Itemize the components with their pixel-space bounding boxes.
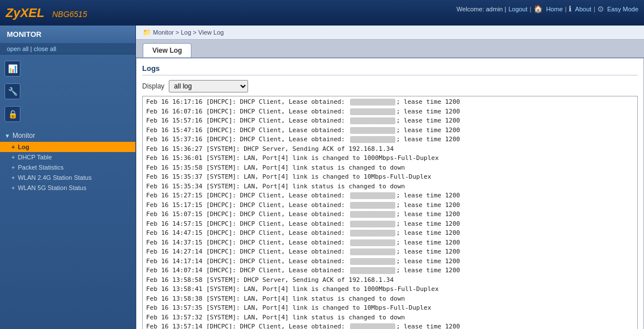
content-panel: Logs Display all logsystem logdhcp logat… bbox=[136, 58, 644, 329]
log-entry: Feb 16 15:36:01 [SYSTEM]: LAN, Port[4] l… bbox=[145, 154, 635, 163]
home-link[interactable]: Home bbox=[546, 6, 562, 12]
breadcrumb: 📁 Monitor > Log > View Log bbox=[136, 26, 644, 40]
nav-dot-icon: + bbox=[11, 174, 15, 181]
tab-view-log[interactable]: View Log bbox=[143, 43, 191, 57]
blurred-ip: 192.168.1.XX bbox=[350, 323, 395, 329]
logs-title: Logs bbox=[142, 64, 638, 75]
log-entry: Feb 16 15:35:37 [SYSTEM]: LAN, Port[4] l… bbox=[145, 172, 635, 182]
blurred-ip: 192.168.1.XX bbox=[350, 192, 395, 199]
section-label: Monitor bbox=[12, 132, 35, 140]
easymode-icon: ⊙ bbox=[598, 5, 604, 13]
sidebar-item-wlan-5g-station-status[interactable]: +WLAN 5G Station Status bbox=[0, 183, 135, 193]
log-entry: Feb 16 13:58:58 [SYSTEM]: DHCP Server, S… bbox=[145, 276, 635, 285]
display-select[interactable]: all logsystem logdhcp logattack log bbox=[169, 80, 248, 92]
nav-dot-icon: + bbox=[11, 164, 15, 171]
easymode-link[interactable]: Easy Mode bbox=[607, 6, 638, 12]
logo: ZyXEL NBG6515 bbox=[6, 6, 87, 20]
blurred-ip: 192.168.1.XX bbox=[350, 108, 395, 115]
blurred-ip: 192.168.1.XX bbox=[350, 239, 395, 246]
log-entry: Feb 16 15:36:27 [SYSTEM]: DHCP Server, S… bbox=[145, 145, 635, 154]
section-arrow-icon: ▼ bbox=[5, 133, 10, 139]
open-close-bar: open all | close all bbox=[0, 44, 135, 54]
nav-items: +Log+DHCP Table+Packet Statistics+WLAN 2… bbox=[0, 142, 135, 193]
blurred-ip: 192.168.1.XX bbox=[350, 267, 395, 274]
log-entry: Feb 16 14:37:15 [DHCPC]: DHCP Client, Le… bbox=[145, 238, 635, 248]
log-entry: Feb 16 15:35:58 [SYSTEM]: LAN, Port[4] l… bbox=[145, 163, 635, 173]
log-entry: Feb 16 16:07:16 [DHCPC]: DHCP Client, Le… bbox=[145, 107, 635, 117]
log-entry: Feb 16 15:27:15 [DHCPC]: DHCP Client, Le… bbox=[145, 191, 635, 201]
sidebar-nav: ▼ Monitor +Log+DHCP Table+Packet Statist… bbox=[0, 128, 135, 194]
breadcrumb-text: Monitor > Log > View Log bbox=[153, 29, 224, 36]
log-entry: Feb 16 15:07:15 [DHCPC]: DHCP Client, Le… bbox=[145, 210, 635, 220]
logs-section: Logs Display all logsystem logdhcp logat… bbox=[142, 64, 638, 329]
blurred-ip: 192.168.1.XX bbox=[350, 117, 395, 124]
about-link[interactable]: About bbox=[575, 6, 591, 12]
sidebar-icons: 📊 🔧 🔒 bbox=[0, 54, 135, 128]
status-icon: 📊 bbox=[5, 61, 20, 77]
nav-dot-icon: + bbox=[11, 184, 15, 191]
log-entry: Feb 16 13:57:14 [DHCPC]: DHCP Client, Le… bbox=[145, 322, 635, 329]
main-layout: MONITOR open all | close all 📊 🔧 🔒 ▼ Mon… bbox=[0, 26, 644, 329]
sidebar-title: MONITOR bbox=[0, 26, 135, 44]
blurred-ip: 192.168.1.XX bbox=[350, 221, 395, 227]
log-entry: Feb 16 14:07:14 [DHCPC]: DHCP Client, Le… bbox=[145, 266, 635, 276]
blurred-ip: 192.168.1.XX bbox=[350, 127, 395, 134]
log-entry: Feb 16 15:37:16 [DHCPC]: DHCP Client, Le… bbox=[145, 135, 635, 145]
display-row: Display all logsystem logdhcp logattack … bbox=[142, 80, 638, 92]
about-icon: ℹ bbox=[569, 5, 572, 13]
log-entry: Feb 16 15:35:34 [SYSTEM]: LAN, Port[4] l… bbox=[145, 182, 635, 192]
log-entry: Feb 16 14:57:15 [DHCPC]: DHCP Client, Le… bbox=[145, 220, 635, 229]
log-entry: Feb 16 16:17:16 [DHCPC]: DHCP Client, Le… bbox=[145, 98, 635, 107]
log-entry: Feb 16 14:17:14 [DHCPC]: DHCP Client, Le… bbox=[145, 257, 635, 267]
nav-dot-icon: + bbox=[11, 154, 15, 161]
sidebar-icon-network[interactable]: 🔧 bbox=[0, 80, 135, 103]
sidebar-icon-status[interactable]: 📊 bbox=[0, 57, 135, 80]
model-name: NBG6515 bbox=[52, 10, 87, 19]
open-close-sep: | bbox=[31, 45, 32, 52]
log-entry: Feb 16 14:27:14 [DHCPC]: DHCP Client, Le… bbox=[145, 247, 635, 257]
log-entry: Feb 16 13:57:35 [SYSTEM]: LAN, Port[4] l… bbox=[145, 303, 635, 313]
sidebar-item-wlan-2.4g-station-status[interactable]: +WLAN 2.4G Station Status bbox=[0, 172, 135, 183]
topbar: ZyXEL NBG6515 Welcome: admin | Logout | … bbox=[0, 0, 644, 26]
nav-dot-icon: + bbox=[11, 144, 15, 150]
sidebar-item-dhcp-table[interactable]: +DHCP Table bbox=[0, 152, 135, 162]
log-entry: Feb 16 15:57:16 [DHCPC]: DHCP Client, Le… bbox=[145, 116, 635, 126]
sidebar: MONITOR open all | close all 📊 🔧 🔒 ▼ Mon… bbox=[0, 26, 136, 329]
blurred-ip: 192.168.1.XX bbox=[350, 136, 395, 143]
log-entry: Feb 16 14:47:15 [DHCPC]: DHCP Client, Le… bbox=[145, 229, 635, 238]
log-entry: Feb 16 13:57:32 [SYSTEM]: LAN, Port[4] l… bbox=[145, 313, 635, 323]
blurred-ip: 192.168.1.XX bbox=[350, 211, 395, 218]
blurred-ip: 192.168.1.XX bbox=[350, 202, 395, 209]
breadcrumb-icon: 📁 bbox=[143, 28, 151, 36]
blurred-ip: 192.168.1.XX bbox=[350, 248, 395, 255]
content-area: 📁 Monitor > Log > View Log View Log Logs… bbox=[136, 26, 644, 329]
home-icon: 🏠 bbox=[534, 5, 543, 13]
sidebar-item-packet-statistics[interactable]: +Packet Statistics bbox=[0, 162, 135, 172]
top-links: Welcome: admin | Logout | 🏠 Home | ℹ Abo… bbox=[457, 5, 638, 13]
blurred-ip: 192.168.1.XX bbox=[350, 258, 395, 265]
open-all-link[interactable]: open all bbox=[7, 45, 29, 52]
blurred-ip: 192.168.1.XX bbox=[350, 230, 395, 237]
close-all-link[interactable]: close all bbox=[34, 45, 57, 52]
log-entry: Feb 16 13:58:41 [SYSTEM]: LAN, Port[4] l… bbox=[145, 285, 635, 294]
security-icon: 🔒 bbox=[5, 106, 20, 122]
blurred-ip: 192.168.1.XX bbox=[350, 99, 395, 106]
nav-section-monitor: ▼ Monitor bbox=[0, 129, 135, 142]
logo-xel: XEL bbox=[20, 6, 44, 20]
display-label: Display bbox=[142, 82, 164, 90]
log-entry: Feb 16 13:58:38 [SYSTEM]: LAN, Port[4] l… bbox=[145, 294, 635, 304]
logo-zy: Zy bbox=[6, 6, 20, 20]
tab-bar: View Log bbox=[136, 40, 644, 58]
welcome-text: Welcome: admin | bbox=[457, 6, 506, 12]
log-container[interactable]: Feb 16 16:17:16 [DHCPC]: DHCP Client, Le… bbox=[142, 96, 638, 329]
sidebar-icon-security[interactable]: 🔒 bbox=[0, 103, 135, 125]
log-entry: Feb 16 15:17:15 [DHCPC]: DHCP Client, Le… bbox=[145, 201, 635, 210]
sidebar-item-log[interactable]: +Log bbox=[0, 142, 135, 152]
log-entry: Feb 16 15:47:16 [DHCPC]: DHCP Client, Le… bbox=[145, 126, 635, 136]
logout-link[interactable]: Logout bbox=[509, 6, 528, 12]
network-icon: 🔧 bbox=[5, 83, 20, 99]
